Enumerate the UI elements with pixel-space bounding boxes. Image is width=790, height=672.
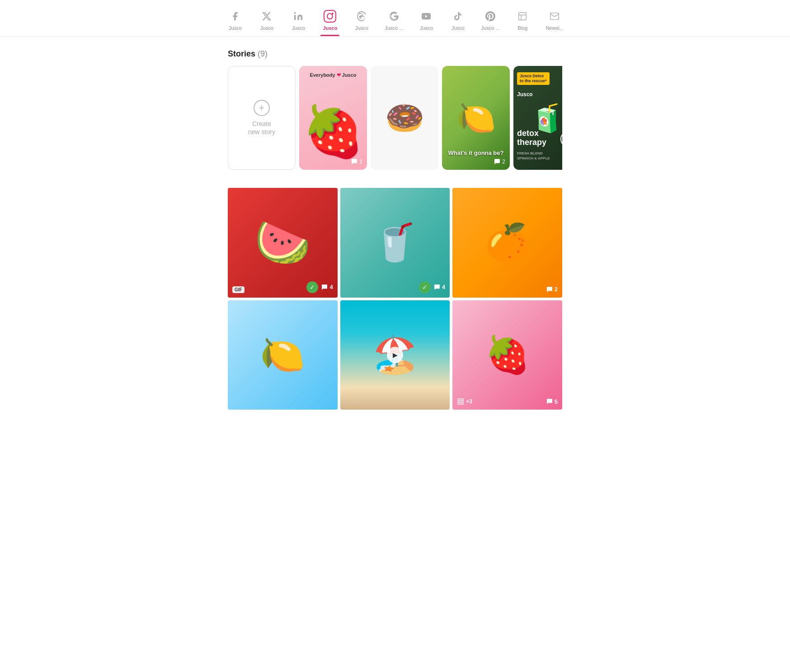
facebook-icon xyxy=(228,9,242,23)
nav-item-threads[interactable]: Jusco xyxy=(346,5,377,36)
raspberry-overlay: 5 xyxy=(546,398,558,405)
twitter-icon xyxy=(259,9,274,23)
story-limes[interactable]: 🍋 What's it gonna be? 2 xyxy=(442,66,510,170)
nav-label-threads: Jusco xyxy=(355,25,368,31)
svg-rect-8 xyxy=(458,402,460,405)
multi-count: +3 xyxy=(466,398,472,405)
grid-item-lime[interactable] xyxy=(228,300,338,410)
detox-text: detoxtherapy xyxy=(517,129,546,147)
nav-label-tiktok: Jusco xyxy=(451,25,465,31)
story-strawberry-text: Everybody ❤ Jusco xyxy=(299,72,367,78)
orange-juice-bg xyxy=(452,188,562,298)
story-berries[interactable]: 🍩 xyxy=(371,66,438,170)
nav-item-tiktok[interactable]: Jusco xyxy=(442,5,474,36)
raspberry-multi: +3 xyxy=(457,398,472,405)
nav-item-facebook[interactable]: Jusco xyxy=(219,5,251,36)
svg-rect-6 xyxy=(461,399,464,401)
watermelon-overlay: ✓ 4 xyxy=(306,281,333,293)
nav-label-facebook: Jusco xyxy=(229,25,242,31)
nav-label-instagram: Jusco xyxy=(323,25,338,31)
detox-badge: Jusco Detoxto the rescue* xyxy=(517,72,550,85)
grid-item-green-juice[interactable]: ✓ 4 xyxy=(340,188,450,298)
orange-juice-overlay: 2 xyxy=(546,286,558,293)
green-juice-overlay: ✓ 4 xyxy=(419,281,445,293)
nav-item-pinterest[interactable]: Jusco ... xyxy=(474,5,507,36)
watermelon-gif-badge: GIF xyxy=(232,285,245,293)
strawberry-image: 🍓 xyxy=(299,66,367,170)
stories-title: Stories (9) xyxy=(228,49,562,59)
nav-label-linkedin: Jusco xyxy=(292,25,305,31)
detox-brand: Jusco xyxy=(517,91,533,98)
raspberry-bg xyxy=(452,300,562,410)
google-icon xyxy=(387,9,401,23)
stories-section: Stories (9) + Create new story Everybody… xyxy=(228,49,562,173)
story-strawberry-comment: 1 xyxy=(351,158,362,165)
nav-item-twitter[interactable]: Jusco xyxy=(251,5,282,36)
grid-item-raspberry[interactable]: +3 5 xyxy=(452,300,562,410)
green-juice-check: ✓ xyxy=(419,281,431,293)
nav-item-newsletter[interactable]: Newsl... xyxy=(538,5,570,36)
newsletter-icon xyxy=(547,9,562,23)
grid-item-beach[interactable]: ▶ xyxy=(340,300,450,410)
nav-label-newsletter: Newsl... xyxy=(545,25,563,31)
nav-label-google: Jusco ... xyxy=(385,25,403,31)
berries-image: 🍩 xyxy=(371,66,438,170)
detox-sub: FRESH BLENDSPINACH & APPLE xyxy=(517,151,550,161)
svg-point-0 xyxy=(294,12,296,14)
watermelon-check: ✓ xyxy=(306,281,318,293)
play-icon: ▶ xyxy=(387,347,403,363)
nav-item-blog[interactable]: Blog xyxy=(507,5,538,36)
blog-icon xyxy=(515,9,530,23)
top-nav: Jusco Jusco Jusco Jusco Jusco Jusco ... xyxy=(0,0,790,37)
nav-item-linkedin[interactable]: Jusco xyxy=(282,5,314,36)
story-limes-comment: 2 xyxy=(494,158,505,165)
grid-item-watermelon[interactable]: GIF ✓ 4 xyxy=(228,188,338,298)
comment-count-strawberry: 1 xyxy=(359,159,362,165)
limes-overlay-text: What's it gonna be? xyxy=(442,149,510,156)
svg-rect-7 xyxy=(461,402,464,405)
lime-bg xyxy=(228,300,338,410)
svg-rect-2 xyxy=(519,13,527,20)
threads-icon xyxy=(354,9,369,23)
beach-play: ▶ xyxy=(387,347,403,363)
nav-label-blog: Blog xyxy=(517,25,527,31)
plus-icon: + xyxy=(254,100,270,116)
create-story-card[interactable]: + Create new story xyxy=(228,66,296,170)
nav-item-youtube[interactable]: Jusco xyxy=(410,5,442,36)
stories-row: + Create new story Everybody ❤ Jusco 🍓 1 xyxy=(228,66,562,173)
nav-label-youtube: Jusco xyxy=(420,25,433,31)
svg-rect-5 xyxy=(458,399,460,401)
comment-count-limes: 2 xyxy=(502,159,505,165)
instagram-icon xyxy=(323,9,337,23)
raspberry-comment: 5 xyxy=(546,398,558,405)
nav-item-google[interactable]: Jusco ... xyxy=(377,5,410,36)
stories-count: (9) xyxy=(258,49,268,58)
watermelon-comment: 4 xyxy=(321,284,333,291)
green-juice-comment: 4 xyxy=(433,284,445,291)
story-strawberry[interactable]: Everybody ❤ Jusco 🍓 1 xyxy=(299,66,367,170)
linkedin-icon xyxy=(291,9,306,23)
main-content: Stories (9) + Create new story Everybody… xyxy=(219,37,571,422)
nav-item-instagram[interactable]: Jusco xyxy=(314,5,346,36)
nav-label-pinterest: Jusco ... xyxy=(481,25,499,31)
tiktok-icon xyxy=(451,9,465,23)
create-story-text: Create new story xyxy=(248,120,275,136)
grid-section: GIF ✓ 4 ✓ 4 xyxy=(228,188,562,410)
orange-juice-comment: 2 xyxy=(546,286,558,293)
grid-item-orange-juice[interactable]: 2 xyxy=(452,188,562,298)
nav-label-twitter: Jusco xyxy=(260,25,273,31)
youtube-icon xyxy=(419,9,433,23)
story-detox[interactable]: 🧃 Jusco Detoxto the rescue* Jusco detoxt… xyxy=(513,66,562,170)
pinterest-icon xyxy=(483,9,498,23)
